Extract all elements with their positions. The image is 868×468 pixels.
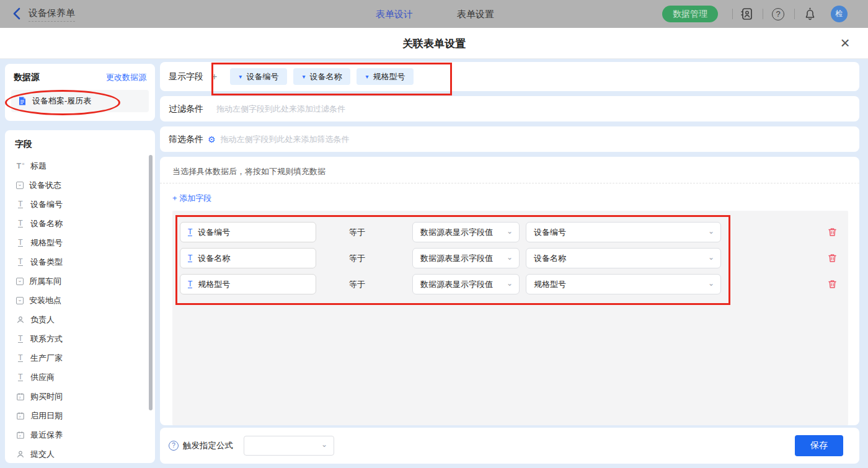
field-item[interactable]: 7启用日期	[5, 406, 155, 425]
rule-source-select[interactable]: 数据源表显示字段值	[412, 274, 520, 294]
form-title[interactable]: 设备保养单	[29, 7, 75, 22]
svg-text:7: 7	[19, 415, 20, 418]
rule-source-select[interactable]: 数据源表显示字段值	[412, 248, 520, 268]
text-field-icon	[16, 219, 25, 228]
fill-rules-card: 当选择具体数据后，将按如下规则填充数据 + 添加字段 设备编号 等于 数据源表显…	[160, 157, 859, 425]
select-value: 数据源表显示字段值	[420, 253, 493, 264]
rule-field-label: 规格型号	[198, 279, 230, 290]
field-item-label: 设备状态	[29, 180, 61, 191]
contacts-icon[interactable]	[740, 7, 754, 21]
change-datasource-link[interactable]: 更改数据源	[106, 72, 146, 83]
field-item[interactable]: 设备名称	[5, 214, 155, 233]
field-item-label: 购买时间	[30, 391, 63, 402]
fields-scrollbar[interactable]	[149, 155, 153, 410]
bell-icon[interactable]	[803, 7, 817, 21]
chevron-down-icon	[507, 255, 513, 260]
field-item[interactable]: 规格型号	[5, 233, 155, 252]
field-item-label: 标题	[30, 161, 46, 172]
modal-title: 关联表单设置	[0, 37, 868, 51]
text-field-icon	[16, 354, 25, 363]
save-button[interactable]: 保存	[795, 435, 843, 456]
formula-select[interactable]	[244, 436, 334, 456]
topbar: 设备保养单 表单设计 表单设置 数据管理 检	[0, 0, 868, 28]
person-field-icon	[16, 450, 25, 459]
chevron-down-icon	[239, 74, 242, 80]
field-item[interactable]: 7最近保养	[5, 425, 155, 444]
filter-label: 过滤条件	[169, 104, 203, 115]
field-item-label: 设备名称	[30, 218, 63, 229]
screen-row[interactable]: 筛选条件 拖动左侧字段到此处来添加筛选条件	[160, 126, 859, 152]
field-item[interactable]: 所属车间	[5, 272, 155, 291]
modal-footer: 触发指定公式 保存	[160, 428, 859, 464]
date-field-icon: 7	[16, 412, 25, 420]
trash-icon[interactable]	[827, 279, 838, 289]
help-icon[interactable]	[772, 8, 784, 20]
data-manage-button[interactable]: 数据管理	[662, 6, 718, 22]
field-item[interactable]: 联系方式	[5, 329, 155, 348]
formula-help-icon[interactable]	[169, 441, 179, 451]
field-item[interactable]: 设备状态	[5, 175, 155, 195]
tab-form-settings[interactable]: 表单设置	[457, 9, 494, 20]
field-item[interactable]: 供应商	[5, 368, 155, 387]
field-item[interactable]: 7购买时间	[5, 387, 155, 406]
chevron-down-icon	[708, 255, 714, 260]
filter-placeholder: 拖动左侧字段到此处来添加过滤条件	[216, 104, 345, 115]
select-value: 设备名称	[534, 253, 566, 264]
field-item-label: 所属车间	[29, 276, 61, 287]
rule-field-chip[interactable]: 设备名称	[180, 248, 316, 268]
chevron-down-icon	[321, 442, 327, 447]
field-item[interactable]: 设备编号	[5, 195, 155, 214]
fields-list: 标题 设备状态 设备编号 设备名称 规格型号 设备类型 所属车间 安装地点 负责…	[5, 156, 155, 464]
rule-value-select[interactable]: 规格型号	[526, 274, 721, 294]
person-field-icon	[16, 316, 25, 324]
field-item-label: 联系方式	[30, 333, 63, 345]
field-item[interactable]: 提交人	[5, 444, 155, 464]
field-item-label: 生产厂家	[30, 353, 63, 364]
rule-value-select[interactable]: 设备编号	[526, 222, 721, 242]
rule-row: 规格型号 等于 数据源表显示字段值 规格型号	[172, 274, 848, 294]
tab-form-design[interactable]: 表单设计	[376, 9, 413, 20]
select-value: 规格型号	[534, 279, 566, 290]
rule-field-label: 设备名称	[198, 253, 230, 264]
select-field-icon	[16, 182, 24, 189]
close-icon[interactable]	[837, 35, 853, 51]
screen-label: 筛选条件	[169, 134, 203, 145]
display-fields-row: 显示字段 设备编号 设备名称 规格型号	[160, 62, 859, 91]
chevron-down-icon	[302, 74, 305, 80]
divider	[794, 9, 795, 19]
field-item-label: 最近保养	[30, 430, 63, 441]
rule-source-select[interactable]: 数据源表显示字段值	[412, 222, 520, 242]
rule-field-chip[interactable]: 规格型号	[180, 274, 316, 294]
rule-field-chip[interactable]: 设备编号	[180, 222, 316, 242]
trash-icon[interactable]	[827, 227, 838, 237]
add-field-link[interactable]: + 添加字段	[172, 193, 211, 204]
gear-icon[interactable]	[208, 135, 216, 144]
display-field-tags: 设备编号 设备名称 规格型号	[230, 68, 414, 85]
datasource-panel: 数据源 更改数据源 设备档案-履历表	[5, 64, 155, 121]
text-field-icon	[16, 373, 25, 382]
avatar[interactable]: 检	[831, 6, 848, 22]
select-field-icon	[16, 278, 24, 285]
display-field-tag[interactable]: 设备名称	[293, 68, 350, 85]
field-item[interactable]: 安装地点	[5, 291, 155, 310]
display-fields-label: 显示字段	[169, 71, 203, 82]
rule-value-select[interactable]: 设备名称	[526, 248, 721, 268]
tag-label: 规格型号	[373, 71, 405, 82]
trash-icon[interactable]	[827, 253, 838, 263]
field-item[interactable]: 负责人	[5, 310, 155, 329]
display-field-tag[interactable]: 设备编号	[230, 68, 287, 85]
field-item[interactable]: 标题	[5, 156, 155, 175]
display-field-tag[interactable]: 规格型号	[356, 68, 414, 85]
chevron-down-icon	[708, 281, 714, 286]
field-item-label: 启用日期	[30, 410, 63, 422]
text-field-icon	[188, 255, 192, 262]
datasource-selected-item[interactable]: 设备档案-履历表	[11, 90, 149, 112]
field-item[interactable]: 设备类型	[5, 252, 155, 272]
field-item[interactable]: 生产厂家	[5, 348, 155, 368]
back-icon[interactable]	[11, 7, 24, 20]
title-field-icon	[16, 162, 25, 170]
field-item-label: 提交人	[30, 449, 55, 460]
select-field-icon	[16, 297, 24, 304]
add-display-field-icon[interactable]	[211, 71, 217, 82]
filter-row[interactable]: 过滤条件 拖动左侧字段到此处来添加过滤条件	[160, 96, 859, 121]
